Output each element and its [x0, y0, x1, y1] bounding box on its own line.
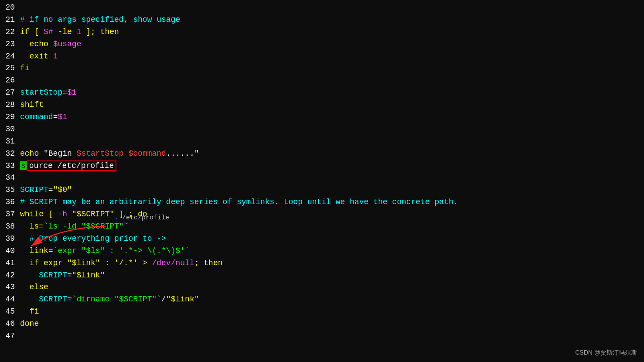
line-content: echo "Begin $startStop $command......"	[20, 148, 644, 160]
line-content: else	[20, 281, 644, 294]
line-content: SCRIPT="$link"	[20, 270, 644, 282]
code-line: 27startStop=$1	[3, 87, 644, 99]
line-content: ls=`ls -ld "$SCRIPT"`	[20, 221, 644, 233]
line-number: 31	[3, 136, 20, 148]
line-number: 45	[3, 306, 20, 318]
code-token: `dirname "$SCRIPT"`	[72, 295, 161, 304]
code-line: 43 else	[3, 281, 644, 294]
watermark-text: CSDN @贾斯汀玛尔斯	[575, 349, 637, 357]
code-token: "$link"	[166, 295, 199, 304]
line-content: startStop=$1	[20, 87, 644, 99]
code-line: 24 exit 1	[3, 51, 644, 63]
code-token: link=	[20, 246, 53, 255]
line-content: link=`expr "$ls" : '.*-> \(.*\)$'`	[20, 245, 644, 257]
code-line: 42 SCRIPT="$link"	[3, 270, 644, 282]
code-token: "Begin	[44, 149, 77, 158]
line-content: if [ $# -le 1 ]; then	[20, 26, 644, 38]
line-number: 27	[3, 87, 20, 99]
line-content: # SCRIPT may be an arbitrarily deep seri…	[20, 196, 644, 208]
line-number: 20	[3, 2, 20, 14]
code-token: startStop	[20, 88, 62, 97]
code-line: 25fi	[3, 62, 644, 75]
code-line: 39 # Drop everything prior to ->	[3, 233, 644, 245]
code-token: "$SCRIPT" ] ; do	[67, 210, 147, 219]
line-content: done	[20, 318, 644, 330]
code-line: 46done	[3, 318, 644, 330]
code-token: # SCRIPT may be an arbitrarily deep seri…	[20, 198, 458, 206]
line-content: if expr "$link" : '/.*' > /dev/null; the…	[20, 257, 644, 270]
code-line: 20	[3, 2, 644, 14]
code-token: $usage	[53, 40, 82, 48]
code-token: =	[53, 113, 58, 121]
highlight-s: s	[20, 161, 27, 170]
line-number: 35	[3, 184, 20, 196]
code-token: -h	[58, 210, 67, 219]
code-token: ls=	[20, 222, 44, 231]
line-content: command=$1	[20, 111, 644, 123]
line-content: fi	[20, 62, 644, 75]
code-token	[124, 149, 129, 158]
code-token: $1	[58, 113, 67, 121]
line-number: 28	[3, 99, 20, 111]
code-line: 36# SCRIPT may be an arbitrarily deep se…	[3, 196, 644, 208]
code-token: /	[161, 295, 166, 304]
line-number: 37	[3, 208, 20, 221]
line-number: 24	[3, 51, 20, 63]
line-content: while [ -h "$SCRIPT" ] ; do	[20, 208, 644, 221]
code-token: shift	[20, 100, 44, 109]
line-number: 42	[3, 270, 20, 282]
line-content: SCRIPT="$0"	[20, 184, 644, 196]
code-line: 40 link=`expr "$ls" : '.*-> \(.*\)$'`	[3, 245, 644, 257]
code-token: ]; then	[81, 27, 119, 36]
code-token: =	[62, 88, 67, 97]
code-line: 21# if no args specified, show usage	[3, 14, 644, 26]
line-content: echo $usage	[20, 38, 644, 51]
code-token: $startStop	[77, 149, 124, 158]
code-token: ......"	[166, 149, 199, 158]
line-number: 22	[3, 26, 20, 38]
line-number: 36	[3, 196, 20, 208]
code-token: exit	[20, 52, 53, 61]
code-token: ; then	[194, 259, 223, 267]
code-token: echo	[20, 40, 53, 48]
line-number: 30	[3, 123, 20, 136]
code-line: 41 if expr "$link" : '/.*' > /dev/null; …	[3, 257, 644, 270]
code-token: =	[48, 185, 53, 194]
code-line: 47	[3, 330, 644, 342]
line-number: 39	[3, 233, 20, 245]
code-token: fi	[20, 307, 39, 316]
code-token: "$link"	[72, 271, 105, 280]
line-number: 46	[3, 318, 20, 330]
code-token: 1	[53, 52, 58, 61]
code-token: $command	[128, 149, 166, 158]
source-box: ource /etc/profile	[27, 161, 116, 171]
code-token: "$0"	[53, 185, 72, 194]
line-content: # Drop everything prior to ->	[20, 233, 644, 245]
code-token: SCRIPT=	[20, 295, 72, 304]
code-line: 34	[3, 172, 644, 184]
line-content: SCRIPT=`dirname "$SCRIPT"`/"$link"	[20, 294, 644, 306]
code-line: 22if [ $# -le 1 ]; then	[3, 26, 644, 38]
line-number: 43	[3, 281, 20, 294]
code-line: 45 fi	[3, 306, 644, 318]
code-token: SCRIPT	[20, 185, 48, 194]
code-token: /dev/null	[152, 259, 194, 267]
code-token: fi	[20, 64, 30, 72]
line-content: source /etc/profile	[20, 160, 644, 172]
code-token: `expr "$ls" : '.*-> \(.*\)$'`	[53, 246, 190, 255]
code-token: # Drop everything prior to ->	[20, 234, 166, 243]
line-number: 26	[3, 75, 20, 87]
code-view: 2021# if no args specified, show usage22…	[0, 0, 644, 344]
code-line: 31	[3, 136, 644, 148]
code-token: command	[20, 113, 53, 121]
line-number: 29	[3, 111, 20, 123]
code-token: -le	[53, 27, 77, 36]
code-token: `ls -ld "$SCRIPT"`	[44, 222, 128, 231]
line-number: 23	[3, 38, 20, 51]
code-line: 44 SCRIPT=`dirname "$SCRIPT"`/"$link"	[3, 294, 644, 306]
code-line: 28shift	[3, 99, 644, 111]
line-number: 44	[3, 294, 20, 306]
code-line: 32echo "Begin $startStop $command......"	[3, 148, 644, 160]
line-number: 47	[3, 330, 20, 342]
line-content: exit 1	[20, 51, 644, 63]
